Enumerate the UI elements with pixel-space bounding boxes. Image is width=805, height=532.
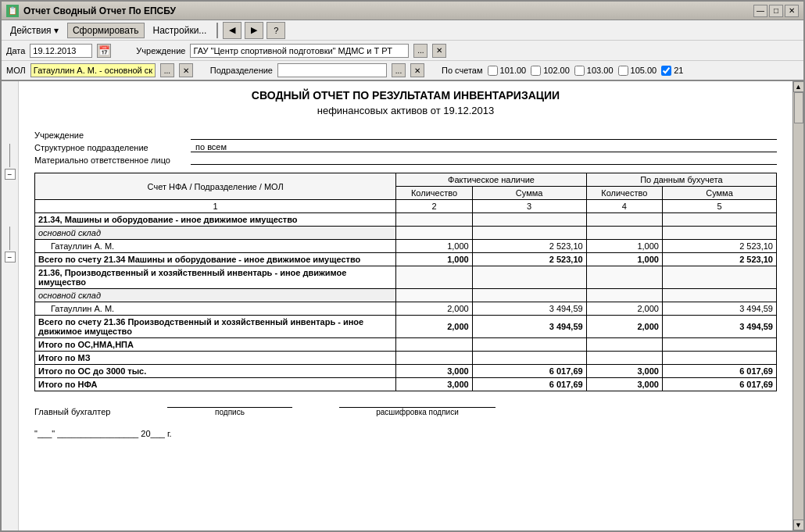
s2-bqty: 2,000 bbox=[586, 302, 662, 316]
cb-21-label: 21 bbox=[674, 66, 683, 75]
s1-total-fsum: 2 523,10 bbox=[472, 253, 586, 266]
sub-select-button[interactable]: ... bbox=[392, 63, 406, 77]
mol-input[interactable] bbox=[30, 63, 156, 77]
s1-fsum: 2 523,10 bbox=[472, 240, 586, 253]
table-row: Гатауллин А. М. 1,000 2 523,10 1,000 2 5… bbox=[35, 240, 777, 253]
org-select-button[interactable]: ... bbox=[413, 44, 428, 58]
s2-person: Гатауллин А. М. bbox=[35, 302, 396, 316]
toolbar-help[interactable]: ? bbox=[267, 22, 285, 39]
s2-total-bsum: 3 494,59 bbox=[662, 316, 776, 338]
scrollbar[interactable]: ▲ ▼ bbox=[792, 81, 803, 530]
report-table: Счет НФА / Подразделение / МОЛ Фактическ… bbox=[34, 173, 777, 391]
scroll-up[interactable]: ▲ bbox=[793, 81, 804, 92]
menu-settings[interactable]: Настройки... bbox=[148, 23, 213, 38]
org-input[interactable] bbox=[190, 44, 409, 58]
window-icon: 📋 bbox=[6, 5, 19, 17]
s1-fqty: 1,000 bbox=[396, 240, 472, 253]
date-prefix: "___" _________________ 20___ г. bbox=[34, 429, 172, 438]
cb-102-label: 102.00 bbox=[543, 66, 570, 75]
minimize-button[interactable]: — bbox=[753, 5, 767, 17]
th-book-sum: Сумма bbox=[662, 187, 776, 200]
cb-101-label: 101.00 bbox=[500, 66, 527, 75]
row-num-4: 4 bbox=[586, 200, 662, 213]
table-row: основной склад bbox=[35, 289, 777, 302]
s2-fsum: 3 494,59 bbox=[472, 302, 586, 316]
decode-hint: расшифровка подписи bbox=[376, 408, 459, 416]
accounts-label: По счетам bbox=[442, 66, 483, 75]
tree-node-1[interactable]: − bbox=[5, 169, 16, 180]
cb-103-label: 103.00 bbox=[587, 66, 614, 75]
struct-info-line: по всем bbox=[191, 141, 777, 152]
checkbox-101[interactable]: 101.00 bbox=[488, 66, 527, 76]
s2-total-bqty: 2,000 bbox=[586, 316, 662, 338]
s1-total-label: Всего по счету 21.34 Машины и оборудован… bbox=[35, 253, 396, 266]
checkbox-102[interactable]: 102.00 bbox=[531, 66, 570, 76]
tree-node-2[interactable]: − bbox=[5, 252, 16, 262]
cb-105[interactable] bbox=[618, 66, 628, 76]
cb-105-label: 105.00 bbox=[631, 66, 657, 75]
scroll-track[interactable] bbox=[793, 92, 804, 520]
s2-total-fsum: 3 494,59 bbox=[472, 316, 586, 338]
struct-info-label: Структурное подразделение bbox=[34, 143, 191, 152]
s1-total-bsum: 2 523,10 bbox=[662, 253, 776, 266]
report-content: СВОДНЫЙ ОТЧЕТ ПО РЕЗУЛЬТАТАМ ИНВЕНТАРИЗА… bbox=[19, 81, 792, 530]
s1-total-fqty: 1,000 bbox=[396, 253, 472, 266]
s2-fqty: 2,000 bbox=[396, 302, 472, 316]
checkbox-103[interactable]: 103.00 bbox=[574, 66, 614, 76]
checkbox-105[interactable]: 105.00 bbox=[618, 66, 657, 76]
signature-block: Главный бухгалтер подпись расшифровка по… bbox=[34, 407, 777, 438]
row-num-3: 3 bbox=[472, 200, 586, 213]
menu-form[interactable]: Сформировать bbox=[67, 23, 145, 38]
sub-label: Подразделение bbox=[210, 66, 273, 75]
toolbar-next[interactable]: ▶ bbox=[245, 22, 263, 39]
window-title: Отчет Сводный Отчет По ЕПСБУ bbox=[23, 5, 176, 16]
sig-hint: подпись bbox=[215, 408, 245, 416]
total-os3000-fqty: 3,000 bbox=[396, 365, 472, 378]
s2-header: 21.36, Производственный и хозяйственный … bbox=[35, 266, 396, 289]
table-row: Всего по счету 21.34 Машины и оборудован… bbox=[35, 253, 777, 266]
s1-bsum: 2 523,10 bbox=[662, 240, 776, 253]
s2-bsum: 3 494,59 bbox=[662, 302, 776, 316]
s2-sub: основной склад bbox=[35, 289, 396, 302]
menu-actions[interactable]: Действия ▾ bbox=[5, 23, 64, 38]
mol-info-label: Материально ответственное лицо bbox=[34, 155, 191, 165]
tree-sidebar: − − bbox=[2, 81, 19, 530]
cb-103[interactable] bbox=[574, 66, 585, 76]
s1-total-bqty: 1,000 bbox=[586, 253, 662, 266]
sub-clear-button[interactable]: ✕ bbox=[410, 63, 424, 77]
date-label: Дата bbox=[6, 46, 25, 55]
s1-header: 21.34, Машины и оборудование - иное движ… bbox=[35, 213, 396, 227]
cb-21[interactable] bbox=[661, 66, 671, 76]
total-nfa: Итого по НФА bbox=[35, 378, 396, 391]
close-button[interactable]: ✕ bbox=[785, 5, 799, 17]
total-os3000: Итого по ОС до 3000 тыс. bbox=[35, 365, 396, 378]
toolbar-prev[interactable]: ◀ bbox=[223, 22, 242, 39]
table-row: Итого по ОС,НМА,НПА bbox=[35, 338, 777, 352]
maximize-button[interactable]: □ bbox=[769, 5, 783, 17]
org-clear-button[interactable]: ✕ bbox=[432, 44, 446, 58]
cb-101[interactable] bbox=[488, 66, 498, 76]
sub-input[interactable] bbox=[277, 63, 387, 77]
table-row: Гатауллин А. М. 2,000 3 494,59 2,000 3 4… bbox=[35, 302, 777, 316]
th-book: По данным бухучета bbox=[586, 173, 776, 187]
row-num-2: 2 bbox=[396, 200, 472, 213]
date-input[interactable] bbox=[30, 44, 92, 58]
calendar-button[interactable]: 📅 bbox=[97, 44, 111, 58]
total-nfa-bsum: 6 017,69 bbox=[662, 378, 776, 391]
org-label: Учреждение bbox=[136, 46, 185, 55]
org-info-line bbox=[191, 129, 777, 140]
th-fact-qty: Количество bbox=[396, 187, 472, 200]
checkbox-21[interactable]: 21 bbox=[661, 66, 683, 76]
mol-clear-button[interactable]: ✕ bbox=[179, 63, 193, 77]
scroll-thumb[interactable] bbox=[794, 92, 803, 123]
total-nfa-bqty: 3,000 bbox=[586, 378, 662, 391]
scroll-down[interactable]: ▼ bbox=[793, 520, 804, 530]
total-os3000-fsum: 6 017,69 bbox=[472, 365, 586, 378]
table-row: 21.34, Машины и оборудование - иное движ… bbox=[35, 213, 777, 227]
cb-102[interactable] bbox=[531, 66, 541, 76]
total-nfa-fsum: 6 017,69 bbox=[472, 378, 586, 391]
table-row: основной склад bbox=[35, 227, 777, 240]
struct-info-value: по всем bbox=[195, 142, 227, 152]
mol-select-button[interactable]: ... bbox=[160, 63, 174, 77]
table-row: Итого по ОС до 3000 тыс. 3,000 6 017,69 … bbox=[35, 365, 777, 378]
